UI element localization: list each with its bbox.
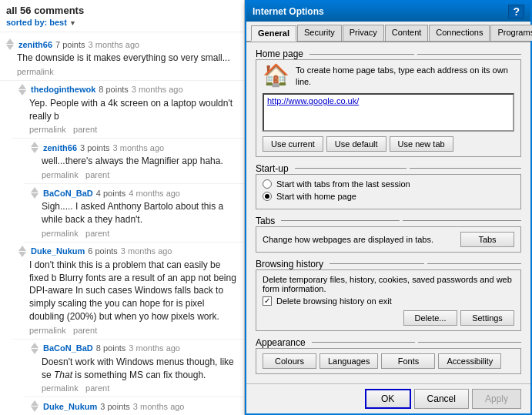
vote-arrows[interactable]: [31, 400, 38, 412]
tab-content[interactable]: Content: [385, 25, 429, 41]
tab-programs[interactable]: Programs: [490, 25, 532, 41]
startup-option-2-label: Start with home page: [276, 192, 356, 201]
vote-arrows[interactable]: [31, 343, 38, 354]
tab-security[interactable]: Security: [297, 25, 342, 41]
languages-button[interactable]: Languages: [320, 353, 378, 369]
startup-option-2[interactable]: Start with home page: [263, 192, 514, 201]
homepage-label: Home page: [256, 49, 303, 59]
upvote-icon[interactable]: [18, 246, 26, 251]
delete-button[interactable]: Delete...: [403, 310, 457, 326]
dialog-tabs: General Security Privacy Content Connect…: [246, 22, 530, 42]
upvote-icon[interactable]: [31, 400, 38, 406]
comment-author[interactable]: Duke_Nukum: [31, 246, 85, 256]
upvote-icon[interactable]: [18, 84, 26, 89]
downvote-icon[interactable]: [18, 252, 26, 257]
appearance-section-header: Appearance: [256, 337, 521, 348]
comment-text: I don't think this is a problem that can…: [18, 259, 238, 323]
appearance-label: Appearance: [256, 337, 306, 348]
comment-author[interactable]: zenith66: [18, 40, 52, 49]
parent-link[interactable]: parent: [73, 326, 97, 335]
upvote-icon[interactable]: [6, 38, 14, 44]
permalink-link[interactable]: permalink: [29, 125, 66, 134]
startup-option-1-label: Start with tabs from the last session: [276, 179, 410, 189]
appearance-section: Colours Languages Fonts Accessibility: [256, 348, 521, 374]
comment-text: Yep. People with a 4k screen on a laptop…: [18, 97, 238, 123]
use-current-button[interactable]: Use current: [263, 136, 323, 152]
browsing-label: Browsing history: [256, 259, 323, 269]
permalink-link[interactable]: permalink: [42, 229, 79, 238]
vote-arrows[interactable]: [18, 84, 26, 95]
upvote-icon[interactable]: [31, 343, 38, 348]
delete-history-checkbox[interactable]: [263, 296, 272, 306]
downvote-icon[interactable]: [6, 45, 14, 50]
upvote-icon[interactable]: [31, 187, 38, 192]
homepage-url-box[interactable]: http://www.google.co.uk/: [263, 93, 514, 132]
comment-time: 3 months ago: [133, 402, 185, 411]
colours-button[interactable]: Colours: [263, 353, 316, 369]
downvote-icon[interactable]: [31, 407, 38, 412]
comment-author[interactable]: BaCoN_BaD: [43, 343, 93, 353]
vote-arrows[interactable]: [6, 38, 14, 50]
permalink-link[interactable]: permalink: [42, 170, 79, 179]
internet-options-dialog: Internet Options ? General Security Priv…: [245, 0, 532, 415]
tab-connections[interactable]: Connections: [429, 25, 490, 41]
use-new-tab-button[interactable]: Use new tab: [390, 136, 453, 152]
permalink-link[interactable]: permalink: [42, 383, 79, 393]
tabs-description: Change how webpages are displayed in tab…: [263, 235, 460, 244]
permalink-link[interactable]: permalink: [29, 326, 66, 335]
vote-arrows[interactable]: [31, 187, 38, 199]
help-button[interactable]: ?: [508, 5, 524, 18]
comment-links: permalink parent: [31, 383, 238, 393]
startup-section: Start with tabs from the last session St…: [256, 174, 521, 209]
browsing-settings-button[interactable]: Settings: [460, 310, 514, 326]
tabs-label: Tabs: [256, 216, 275, 226]
tabs-section: Change how webpages are displayed in tab…: [256, 226, 521, 253]
comments-count: all 56 comments: [6, 5, 238, 16]
upvote-icon[interactable]: [31, 142, 38, 147]
comment-time: 4 months ago: [129, 189, 180, 198]
startup-option-1[interactable]: Start with tabs from the last session: [263, 179, 514, 189]
parent-link[interactable]: parent: [73, 125, 97, 134]
radio-button-home-page[interactable]: [263, 192, 272, 201]
delete-history-row[interactable]: Delete browsing history on exit: [263, 296, 514, 306]
ok-button[interactable]: OK: [365, 389, 411, 409]
downvote-icon[interactable]: [18, 90, 26, 95]
comment-score: 8 points: [96, 343, 126, 353]
sort-line: sorted by: best ▼: [6, 18, 238, 27]
comment-score: 3 points: [80, 143, 110, 152]
comment-score: 7 points: [55, 40, 85, 49]
permalink-link[interactable]: permalink: [17, 67, 54, 76]
comment-author[interactable]: Duke_Nukum: [43, 402, 97, 411]
parent-link[interactable]: parent: [85, 383, 109, 393]
reddit-header: all 56 comments sorted by: best ▼: [0, 0, 244, 32]
comment-score: 8 points: [99, 85, 129, 94]
comment-score: 6 points: [88, 246, 118, 256]
comment-author[interactable]: zenith66: [43, 143, 77, 152]
comment-time: 3 months ago: [129, 343, 180, 353]
downvote-icon[interactable]: [31, 349, 38, 354]
use-default-button[interactable]: Use default: [326, 136, 386, 152]
parent-link[interactable]: parent: [85, 170, 109, 179]
sort-label: sorted by:: [6, 18, 47, 27]
homepage-url[interactable]: http://www.google.co.uk/: [267, 96, 359, 105]
accessibility-button[interactable]: Accessibility: [438, 353, 501, 369]
tab-general[interactable]: General: [251, 25, 296, 42]
tabs-settings-button[interactable]: Tabs: [460, 232, 514, 247]
dialog-title: Internet Options: [253, 6, 324, 17]
tab-privacy[interactable]: Privacy: [343, 25, 384, 41]
vote-arrows[interactable]: [18, 246, 26, 257]
parent-link[interactable]: parent: [85, 229, 109, 238]
sort-value[interactable]: best: [49, 18, 67, 27]
cancel-button[interactable]: Cancel: [414, 389, 469, 409]
downvote-icon[interactable]: [31, 193, 38, 199]
downvote-icon[interactable]: [31, 148, 38, 153]
apply-button[interactable]: Apply: [472, 389, 521, 409]
radio-button-last-session[interactable]: [263, 179, 272, 189]
fonts-button[interactable]: Fonts: [381, 353, 435, 369]
comment-author[interactable]: BaCoN_BaD: [43, 189, 93, 198]
comment-author[interactable]: thedoginthewok: [31, 85, 95, 94]
vote-arrows[interactable]: [31, 142, 38, 153]
sort-arrow[interactable]: ▼: [69, 19, 76, 27]
comment-meta: zenith66 3 points 3 months ago: [31, 142, 238, 153]
comment-links: permalink parent: [18, 124, 238, 135]
